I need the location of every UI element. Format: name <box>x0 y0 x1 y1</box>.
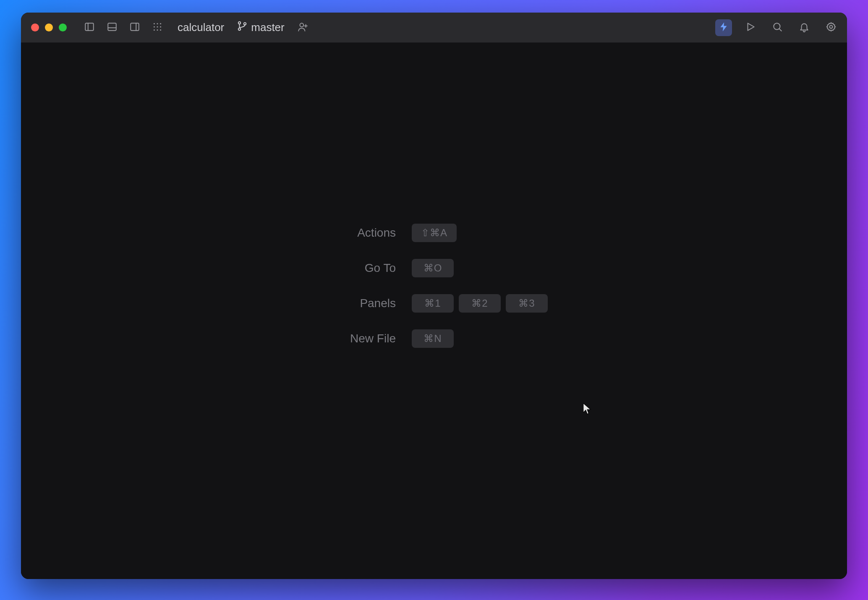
add-collaborator-button[interactable] <box>297 21 308 34</box>
titlebar: calculator master <box>21 13 847 43</box>
settings-button[interactable] <box>823 19 839 36</box>
shortcut-key: ⇧⌘A <box>412 224 457 242</box>
window-fullscreen-button[interactable] <box>59 23 67 31</box>
svg-point-9 <box>154 26 155 27</box>
panel-right-icon <box>129 21 140 34</box>
shortcut-key: ⌘3 <box>506 294 548 313</box>
shortcut-keys-row: ⇧⌘A <box>412 224 548 242</box>
svg-rect-2 <box>108 23 116 30</box>
shortcut-label: Actions <box>312 226 396 240</box>
panel-left-icon <box>84 21 95 34</box>
svg-marker-21 <box>748 23 754 30</box>
svg-point-14 <box>160 29 161 31</box>
shortcut-label: New File <box>312 332 396 345</box>
ai-assist-button[interactable] <box>715 19 732 36</box>
traffic-lights <box>31 23 67 31</box>
right-panel-toggle-button[interactable] <box>126 19 143 36</box>
notifications-button[interactable] <box>796 19 813 36</box>
git-branch-icon <box>237 21 248 34</box>
shortcut-label: Go To <box>312 261 396 275</box>
play-icon <box>745 21 756 34</box>
app-window: calculator master <box>21 13 847 579</box>
branch-name: master <box>251 21 284 34</box>
run-button[interactable] <box>742 19 759 36</box>
shortcut-keys-row: ⌘1 ⌘2 ⌘3 <box>412 294 548 313</box>
grid-icon <box>152 21 163 34</box>
titlebar-right-group <box>715 19 839 36</box>
branch-selector[interactable]: master <box>234 19 287 36</box>
shortcut-key: ⌘N <box>412 329 454 348</box>
svg-line-23 <box>779 29 781 31</box>
shortcut-key: ⌘1 <box>412 294 454 313</box>
svg-point-18 <box>300 23 303 27</box>
svg-rect-4 <box>131 23 139 30</box>
shortcut-hints: Actions ⇧⌘A Go To ⌘O Panels ⌘1 ⌘2 ⌘3 New… <box>312 224 548 348</box>
shortcut-label: Panels <box>312 297 396 310</box>
shortcut-key: ⌘O <box>412 259 454 277</box>
shortcut-keys-row: ⌘N <box>412 329 548 348</box>
mouse-cursor-icon <box>582 403 593 417</box>
search-icon <box>772 21 783 34</box>
apps-grid-button[interactable] <box>149 19 166 36</box>
svg-point-8 <box>160 23 161 24</box>
editor-empty-state: Actions ⇧⌘A Go To ⌘O Panels ⌘1 ⌘2 ⌘3 New… <box>21 43 847 579</box>
window-minimize-button[interactable] <box>45 23 53 31</box>
svg-point-24 <box>830 25 833 28</box>
svg-point-6 <box>154 23 155 24</box>
svg-point-7 <box>157 23 158 24</box>
shortcut-keys-row: ⌘O <box>412 259 548 277</box>
svg-point-12 <box>154 29 155 31</box>
svg-rect-0 <box>85 23 94 30</box>
svg-point-10 <box>157 26 158 27</box>
svg-point-13 <box>157 29 158 31</box>
bell-icon <box>799 21 810 34</box>
window-close-button[interactable] <box>31 23 39 31</box>
gear-icon <box>826 21 837 34</box>
shortcut-key: ⌘2 <box>459 294 501 313</box>
panel-bottom-icon <box>107 21 118 34</box>
left-panel-toggle-button[interactable] <box>81 19 98 36</box>
svg-point-11 <box>160 26 161 27</box>
bolt-icon <box>718 21 729 34</box>
bottom-panel-toggle-button[interactable] <box>104 19 120 36</box>
user-plus-icon <box>297 21 308 34</box>
search-button[interactable] <box>769 19 786 36</box>
project-name[interactable]: calculator <box>178 21 224 34</box>
